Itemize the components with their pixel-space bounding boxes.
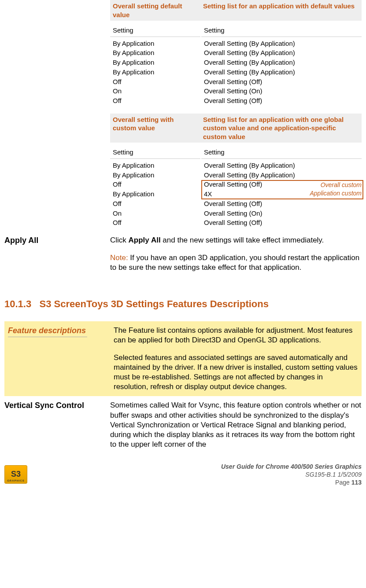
setting-col-header: Setting [110,146,200,159]
feature-desc-p1: The Feature list contains options availa… [114,326,358,345]
vsync-label: Vertical Sync Control [4,401,105,411]
list-item: Overall Setting (On) [204,209,359,218]
list-item: Overall Setting (By Application) [204,58,359,67]
app-default-list: Overall Setting (By Application) Overall… [201,37,362,107]
overall-custom-header: Overall setting with custom value [110,114,200,143]
list-item: Overall Setting (Off) [204,199,359,209]
note-label: Note: [110,254,128,262]
list-item: By Application [113,48,198,58]
callout-application-custom: Application custom [310,189,362,198]
list-item: By Application [113,170,198,180]
setting-col-header: Setting [201,146,362,159]
overall-default-list: By Application By Application By Applica… [110,37,200,107]
apply-all-label: Apply All [4,235,105,246]
list-item: Overall Setting (By Application) [204,39,359,48]
setting-col-header: Setting [110,24,200,37]
feature-desc-p2: Selected features and associated setting… [114,353,358,392]
logo-text: S3 [11,469,21,479]
list-item: Off [113,199,198,209]
overall-custom-list: By Application By Application Off By App… [110,159,200,229]
list-item: On [113,209,198,218]
page-number: 113 [351,479,362,486]
list-item: Overall Setting (By Application) [204,48,359,58]
setting-col-header: Setting [201,24,362,37]
list-item: Off [113,96,198,106]
app-default-header: Setting list for an application with def… [200,0,362,21]
list-item: By Application [113,189,198,199]
apply-all-note: Note: If you have an open 3D application… [110,253,362,272]
list-item: Overall Setting (By Application) [204,161,359,170]
list-item: On [113,86,198,96]
feature-descriptions-label: Feature descriptions [8,326,87,337]
vsync-body: Sometimes called Wait for Vsync, this fe… [110,401,362,449]
apply-all-body: Click Apply All and the new settings wil… [110,235,362,245]
text: Click [110,236,129,244]
text: and the new settings will take effect im… [161,236,324,244]
list-item: By Application [113,39,198,48]
callout-overall-custom: Overall custom [310,181,362,190]
list-item: Overall Setting (Off) [204,96,359,106]
list-item: Overall Setting (By Application) [204,67,359,77]
list-item: By Application [113,67,198,77]
list-item: Overall Setting (By Application) [204,170,359,180]
app-custom-header: Setting list for an application with one… [200,114,362,143]
list-item: Overall Setting (Off) [204,77,359,87]
footer-title: User Guide for Chrome 400/500 Series Gra… [221,463,362,470]
section-number: 10.1.3 [4,298,31,309]
note-body: If you have an open 3D application, you … [110,254,359,272]
section-title: S3 ScreenToys 3D Settings Features Descr… [40,298,269,309]
list-item: By Application [113,58,198,67]
list-item: Overall Setting (Off) [204,218,359,228]
footer-text: User Guide for Chrome 400/500 Series Gra… [221,463,362,487]
custom-callout-box: Overall custom Application custom [201,180,363,199]
list-item: Off [113,180,198,189]
list-item: Off [113,77,198,87]
s3-logo: S3 GRAPHICS [4,465,27,484]
apply-all-inline-bold: Apply All [129,236,161,244]
list-item: Overall Setting (On) [204,86,359,96]
page-label: Page [335,479,351,486]
overall-default-header: Overall setting default value [110,0,200,21]
app-custom-list: Overall Setting (By Application) Overall… [201,159,362,229]
footer-doc-id: SG195-B.1 1/5/2009 [221,470,362,478]
list-item: Off [113,218,198,228]
list-item: By Application [113,161,198,170]
section-heading: 10.1.3 S3 ScreenToys 3D Settings Feature… [4,298,362,311]
logo-subtext: GRAPHICS [7,479,25,483]
